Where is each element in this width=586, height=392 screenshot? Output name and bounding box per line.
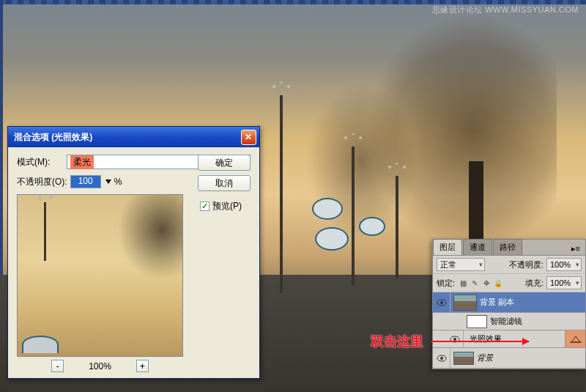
- layer-name: 光照效果: [464, 333, 565, 344]
- photo-lamp: [396, 176, 398, 278]
- svg-point-3: [453, 338, 456, 341]
- zoom-value: 100%: [89, 361, 111, 371]
- svg-point-6: [440, 357, 443, 360]
- filter-blending-icon[interactable]: [565, 330, 585, 347]
- photo-sign: [315, 227, 349, 251]
- cancel-button[interactable]: 取消: [198, 175, 251, 191]
- layer-row[interactable]: 背景: [433, 348, 585, 369]
- layer-row[interactable]: 智能滤镜: [433, 313, 585, 330]
- panel-menu-button[interactable]: ▸≡: [567, 243, 585, 255]
- filter-mask-thumbnail: [467, 315, 487, 328]
- panel-opacity-label: 不透明度:: [509, 259, 544, 270]
- visibility-spacer: [446, 313, 464, 330]
- preview-branches: [80, 195, 182, 312]
- preview-lamp: [44, 202, 46, 261]
- panel-opacity-input[interactable]: 100%: [546, 258, 582, 271]
- layer-thumbnail: [453, 352, 474, 365]
- fill-input[interactable]: 100%: [546, 276, 582, 289]
- visibility-toggle[interactable]: [433, 292, 450, 312]
- fill-label: 填充:: [525, 278, 544, 289]
- watermark-text: 思缘设计论坛 WWW.MISSYUAN.COM: [432, 4, 579, 15]
- visibility-toggle[interactable]: [446, 330, 464, 347]
- annotation-text: 双击这里: [371, 333, 423, 350]
- tab-channels[interactable]: 通道: [463, 239, 492, 255]
- layer-name: 背景 副本: [480, 297, 585, 308]
- panel-tabs: 图层 通道 路径 ▸≡: [433, 240, 585, 256]
- zoom-out-button[interactable]: -: [51, 360, 64, 372]
- layer-row[interactable]: 背景 副本: [433, 292, 585, 313]
- preview-checkbox[interactable]: ✓: [200, 201, 209, 211]
- lock-label: 锁定:: [437, 278, 455, 289]
- svg-point-1: [440, 301, 443, 304]
- layer-row[interactable]: 光照效果: [433, 330, 585, 348]
- photo-sign: [312, 198, 343, 220]
- close-icon: ✕: [242, 132, 256, 142]
- mode-label: 模式(M):: [17, 156, 64, 169]
- dialog-titlebar[interactable]: 混合选项 (光照效果) ✕: [8, 127, 259, 147]
- blend-mode-combobox[interactable]: 正常: [437, 258, 485, 271]
- layer-name: 背景: [477, 352, 585, 363]
- dialog-title: 混合选项 (光照效果): [11, 131, 241, 144]
- lock-pixels-icon[interactable]: ✎: [470, 278, 480, 288]
- lock-all-icon[interactable]: 🔒: [493, 278, 503, 288]
- photo-lamp: [280, 95, 283, 293]
- zoom-in-button[interactable]: +: [136, 360, 149, 372]
- ok-button[interactable]: 确定: [198, 155, 251, 171]
- layer-list: 背景 副本 智能滤镜 光照效果 背景: [433, 292, 585, 369]
- blending-options-dialog: 混合选项 (光照效果) ✕ 模式(M): 柔光 不透明度(O): 100 % -…: [7, 126, 260, 379]
- preview-checkbox-label: 预览(P): [212, 200, 242, 212]
- opacity-label: 不透明度(O):: [17, 176, 67, 188]
- layers-panel: 图层 通道 路径 ▸≡ 正常 不透明度: 100% 锁定: ▦ ✎ ✥ 🔒 填充…: [432, 239, 586, 369]
- photo-sign: [359, 217, 385, 236]
- tab-paths[interactable]: 路径: [493, 239, 522, 255]
- preview-sign: [22, 336, 59, 353]
- layer-thumbnail: [453, 295, 477, 311]
- photo-lamp: [352, 147, 355, 286]
- lock-transparency-icon[interactable]: ▦: [458, 278, 468, 288]
- annotation-arrow: [431, 341, 529, 342]
- opacity-suffix: %: [114, 177, 122, 187]
- preview-thumbnail: [17, 194, 183, 357]
- visibility-toggle[interactable]: [433, 348, 450, 368]
- tab-layers[interactable]: 图层: [433, 239, 462, 255]
- lock-position-icon[interactable]: ✥: [481, 278, 492, 288]
- close-button[interactable]: ✕: [241, 130, 256, 145]
- opacity-input[interactable]: 100: [70, 175, 101, 188]
- mode-value: 柔光: [70, 155, 94, 169]
- layer-name: 智能滤镜: [490, 316, 585, 327]
- dropdown-icon[interactable]: [105, 180, 111, 184]
